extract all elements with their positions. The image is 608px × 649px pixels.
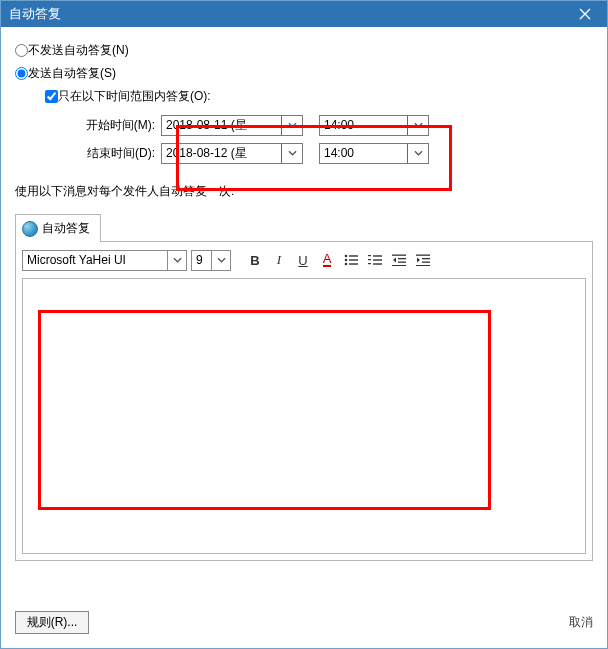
start-time-combo[interactable]: 14:00 (319, 115, 429, 136)
autoreply-dialog: 自动答复 不发送自动答复(N) 发送自动答复(S) 只在以下时间范围内答复(O)… (0, 0, 608, 649)
dialog-body: 不发送自动答复(N) 发送自动答复(S) 只在以下时间范围内答复(O): 开始时… (1, 27, 607, 596)
font-family-value: Microsoft YaHei UI (23, 253, 167, 267)
outdent-button[interactable] (389, 250, 409, 270)
chevron-down-icon (288, 150, 297, 156)
dropdown-button[interactable] (407, 116, 428, 135)
svg-point-0 (345, 255, 348, 258)
number-list-icon (368, 254, 382, 266)
editor-pane: Microsoft YaHei UI 9 B I U A (15, 241, 593, 561)
bullet-list-button[interactable] (341, 250, 361, 270)
svg-point-2 (345, 259, 348, 262)
svg-rect-3 (349, 259, 358, 260)
start-date-value: 2018-08-11 (星 (162, 117, 281, 134)
svg-rect-16 (416, 255, 430, 256)
rules-button-label: 规则(R)... (27, 614, 78, 631)
globe-icon (22, 221, 38, 237)
dropdown-button[interactable] (211, 251, 230, 270)
start-time-row: 开始时间(M): 2018-08-11 (星 14:00 (75, 111, 593, 139)
italic-button[interactable]: I (269, 250, 289, 270)
end-time-value: 14:00 (320, 146, 407, 160)
radio-row-off: 不发送自动答复(N) (15, 42, 593, 59)
svg-rect-5 (349, 263, 358, 264)
indent-icon (416, 254, 430, 266)
time-rows: 开始时间(M): 2018-08-11 (星 14:00 结束时间(D): (75, 111, 593, 167)
indent-button[interactable] (413, 250, 433, 270)
start-time-value: 14:00 (320, 118, 407, 132)
tab-autoreply[interactable]: 自动答复 (15, 214, 101, 242)
svg-rect-14 (398, 262, 406, 263)
dropdown-button[interactable] (281, 116, 302, 135)
end-time-combo[interactable]: 14:00 (319, 143, 429, 164)
svg-rect-8 (373, 263, 382, 264)
font-size-combo[interactable]: 9 (191, 250, 231, 271)
start-date-combo[interactable]: 2018-08-11 (星 (161, 115, 303, 136)
checkbox-range[interactable] (45, 90, 58, 103)
tab-label: 自动答复 (42, 220, 90, 237)
svg-rect-9 (368, 255, 371, 256)
chevron-down-icon (414, 122, 423, 128)
radio-off-label: 不发送自动答复(N) (28, 42, 129, 59)
radio-on[interactable] (15, 67, 28, 80)
note-text: 使用以下消息对每个发件人自动答复一次: (15, 183, 593, 200)
checkbox-row-range: 只在以下时间范围内答复(O): (45, 88, 593, 105)
end-time-label: 结束时间(D): (75, 145, 161, 162)
start-time-label: 开始时间(M): (75, 117, 161, 134)
svg-rect-1 (349, 255, 358, 256)
checkbox-range-label: 只在以下时间范围内答复(O): (58, 88, 211, 105)
svg-rect-13 (398, 258, 406, 259)
message-editor[interactable] (22, 278, 586, 554)
chevron-down-icon (288, 122, 297, 128)
svg-rect-10 (368, 259, 371, 260)
dropdown-button[interactable] (407, 144, 428, 163)
radio-on-label: 发送自动答复(S) (28, 65, 116, 82)
svg-rect-12 (392, 255, 406, 256)
tab-bar: 自动答复 (15, 214, 593, 242)
font-family-combo[interactable]: Microsoft YaHei UI (22, 250, 187, 271)
dropdown-button[interactable] (167, 251, 186, 270)
svg-rect-17 (422, 258, 430, 259)
font-size-value: 9 (192, 253, 211, 267)
svg-rect-15 (392, 265, 406, 266)
font-color-button[interactable]: A (317, 250, 337, 270)
chevron-down-icon (414, 150, 423, 156)
svg-rect-7 (373, 259, 382, 260)
editor-toolbar: Microsoft YaHei UI 9 B I U A (22, 248, 586, 272)
dropdown-button[interactable] (281, 144, 302, 163)
svg-rect-11 (368, 263, 371, 264)
svg-rect-18 (422, 262, 430, 263)
rules-button[interactable]: 规则(R)... (15, 611, 89, 634)
number-list-button[interactable] (365, 250, 385, 270)
bold-button[interactable]: B (245, 250, 265, 270)
cancel-button[interactable]: 取消 (569, 614, 593, 631)
end-time-row: 结束时间(D): 2018-08-12 (星 14:00 (75, 139, 593, 167)
radio-off[interactable] (15, 44, 28, 57)
close-icon (579, 8, 591, 20)
chevron-down-icon (173, 257, 182, 263)
underline-button[interactable]: U (293, 250, 313, 270)
svg-point-4 (345, 263, 348, 266)
radio-row-on: 发送自动答复(S) (15, 65, 593, 82)
svg-rect-19 (416, 265, 430, 266)
outdent-icon (392, 254, 406, 266)
title-text: 自动答复 (9, 5, 61, 23)
end-date-combo[interactable]: 2018-08-12 (星 (161, 143, 303, 164)
svg-rect-6 (373, 255, 382, 256)
end-date-value: 2018-08-12 (星 (162, 145, 281, 162)
close-button[interactable] (563, 1, 607, 27)
title-bar: 自动答复 (1, 1, 607, 27)
chevron-down-icon (217, 257, 226, 263)
bullet-list-icon (344, 254, 358, 266)
dialog-footer: 规则(R)... 取消 (1, 596, 607, 648)
cancel-button-label: 取消 (569, 615, 593, 629)
